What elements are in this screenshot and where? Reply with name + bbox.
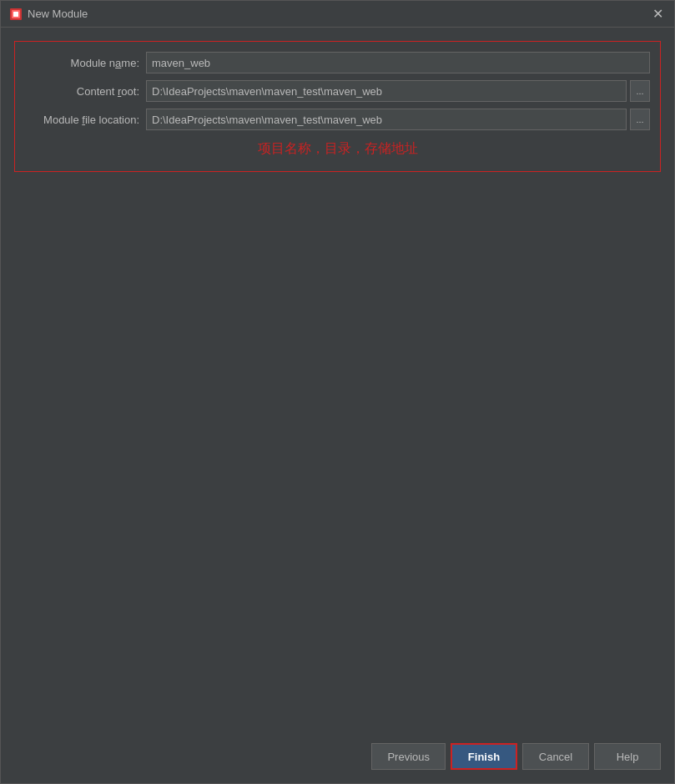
- dialog-content: Module name: Content root: ... M: [1, 28, 674, 733]
- content-root-input-wrap: ...: [146, 80, 650, 102]
- module-file-location-input-wrap: ...: [146, 109, 650, 130]
- cancel-button[interactable]: Cancel: [522, 743, 589, 770]
- help-button[interactable]: Help: [594, 743, 661, 770]
- new-module-dialog: New Module ✕ Module name: Content root:: [0, 0, 675, 784]
- module-file-location-browse-button[interactable]: ...: [630, 109, 650, 130]
- module-name-input-wrap: [146, 52, 650, 73]
- content-root-input[interactable]: [146, 80, 627, 102]
- dialog-title: New Module: [28, 8, 88, 20]
- module-file-location-input[interactable]: [146, 109, 627, 130]
- dialog-footer: Previous Finish Cancel Help: [1, 733, 674, 783]
- content-spacer: [14, 185, 661, 733]
- module-name-input[interactable]: [146, 52, 650, 73]
- module-name-label: Module name:: [25, 57, 146, 69]
- form-section: Module name: Content root: ... M: [14, 41, 661, 172]
- module-icon: [9, 8, 23, 21]
- previous-button[interactable]: Previous: [371, 743, 446, 770]
- svg-rect-2: [13, 12, 18, 17]
- finish-button[interactable]: Finish: [451, 743, 517, 770]
- content-root-label: Content root:: [25, 85, 146, 98]
- content-root-row: Content root: ...: [25, 80, 650, 102]
- content-root-browse-button[interactable]: ...: [630, 80, 650, 102]
- annotation-text: 项目名称，目录，存储地址: [25, 140, 650, 158]
- title-bar-left: New Module: [9, 8, 88, 21]
- module-file-location-row: Module file location: ...: [25, 109, 650, 130]
- title-bar: New Module ✕: [1, 1, 674, 28]
- close-button[interactable]: ✕: [649, 6, 666, 23]
- module-file-location-label: Module file location:: [25, 114, 146, 126]
- module-name-row: Module name:: [25, 52, 650, 73]
